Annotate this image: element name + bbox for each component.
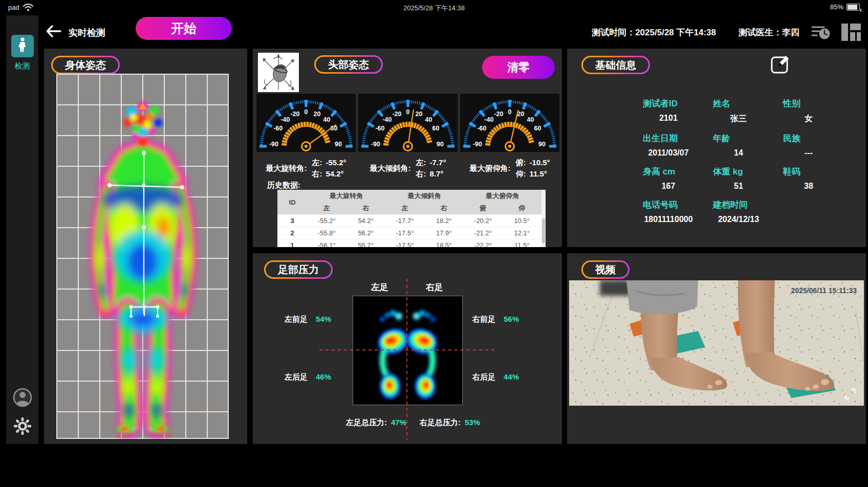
table-subheader: 右 — [346, 202, 385, 215]
profile-icon[interactable] — [13, 388, 32, 407]
gauge-max-value: 左:-55.2° — [312, 158, 346, 168]
head-posture-panel: 头部姿态 清零 -90-60-40-20020406090最大旋转角:左:-55… — [253, 49, 562, 247]
info-field-label: 民族 — [783, 132, 853, 144]
table-subheader: 左 — [307, 202, 346, 215]
gauge-max-value: 右:8.7° — [416, 169, 446, 179]
info-field: 测试者ID2101 — [643, 98, 713, 124]
body-posture-panel: 身体姿态 — [44, 49, 247, 444]
svg-text:0: 0 — [508, 108, 512, 116]
fullscreen-icon[interactable] — [844, 388, 856, 400]
gear-icon[interactable] — [13, 417, 32, 435]
gauge-block: -90-60-40-20020406090最大倾斜角:左:-7.7°右:8.7° — [358, 94, 458, 179]
history-table: ID最大旋转角最大倾斜角最大俯仰角左右左右俯仰3-55.2°54.2°-17.7… — [277, 190, 546, 247]
app-header: 实时检测 开始 测试时间：2025/5/28 下午14:38 测试医生：李四 — [0, 15, 868, 49]
gauge-row: -90-60-40-20020406090最大旋转角:左:-55.2°右:54.… — [256, 94, 559, 179]
video-title: 视频 — [581, 260, 630, 279]
gauge-max-value: 俯:-10.5° — [515, 158, 550, 168]
video-frame[interactable]: 2025/06/11 15:11:33 — [569, 280, 864, 406]
info-field: 性别女 — [783, 98, 853, 124]
crosshair-vertical — [406, 279, 407, 440]
gauge-caption: 最大俯仰角: — [469, 164, 510, 173]
back-arrow-icon[interactable] — [45, 24, 62, 39]
info-field: 民族--- — [783, 132, 853, 158]
info-field-label: 鞋码 — [783, 166, 853, 178]
body-thermal-scan — [56, 74, 229, 439]
svg-text:20: 20 — [416, 110, 423, 118]
layout-grid-icon[interactable] — [840, 23, 862, 44]
info-field-label: 电话号码 — [643, 199, 713, 211]
info-field-value: 18011110000 — [643, 215, 694, 224]
info-field: 身高 cm167 — [643, 166, 713, 191]
video-panel: 视频 — [567, 253, 866, 444]
svg-text:-40: -40 — [280, 116, 290, 123]
start-button[interactable]: 开始 — [136, 17, 232, 40]
foot-pressure-title: 足部压力 — [264, 260, 333, 279]
table-row: 1-56.1°55.7°-17.5°18.5°-22.2°11.5° — [277, 239, 541, 248]
svg-text:-90: -90 — [473, 141, 482, 148]
gauge-max-value: 仰:11.5° — [515, 169, 550, 179]
svg-text:-20: -20 — [494, 110, 503, 118]
info-field-value: 2101 — [643, 114, 694, 123]
sidebar-item-detect[interactable] — [11, 35, 34, 57]
foot-pressure-map — [353, 296, 463, 405]
foot-quadrant-value: 右前足56% — [472, 315, 519, 324]
svg-text:40: 40 — [425, 116, 432, 123]
svg-text:-40: -40 — [382, 116, 392, 123]
sidebar-item-detect-label: 检测 — [6, 61, 38, 71]
test-time: 测试时间：2025/5/28 下午14:38 — [592, 27, 716, 38]
gauge-block: -90-60-40-20020406090最大旋转角:左:-55.2°右:54.… — [256, 94, 356, 179]
info-field-value: 167 — [643, 182, 694, 191]
foot-quadrant-value: 右后足44% — [472, 372, 519, 382]
table-subheader: 仰 — [503, 202, 541, 215]
info-field-value: 2024/12/13 — [713, 215, 764, 224]
video-timestamp: 2025/06/11 15:11:33 — [791, 286, 857, 295]
head-posture-title: 头部姿态 — [314, 55, 383, 74]
table-row: 2-55.8°56.2°-17.5°17.9°-21.2°12.1° — [277, 227, 541, 239]
history-records-icon[interactable] — [811, 23, 831, 43]
info-field-label: 出生日期 — [643, 132, 713, 144]
table-subheader: 右 — [424, 202, 463, 215]
svg-text:90: 90 — [437, 141, 444, 148]
gauge-block: -90-60-40-20020406090最大俯仰角:俯:-10.5°仰:11.… — [460, 94, 559, 179]
foot-pressure-panel: 足部压力 左足 右足 左前足 — [253, 253, 562, 444]
svg-text:-20: -20 — [392, 110, 401, 118]
info-fields: 测试者ID2101姓名张三性别女出生日期2011/03/07年龄14民族---身… — [643, 98, 868, 224]
info-field-value: 14 — [713, 148, 764, 158]
svg-text:-40: -40 — [484, 116, 493, 123]
table-header-group: 最大倾斜角 — [385, 190, 464, 202]
svg-text:-20: -20 — [290, 110, 299, 118]
info-field-value: 张三 — [713, 114, 764, 124]
test-doctor: 测试医生：李四 — [739, 27, 799, 38]
edit-icon[interactable] — [770, 55, 790, 74]
info-field: 电话号码18011110000 — [643, 199, 713, 224]
status-datetime: 2025/5/28 下午14:38 — [0, 4, 868, 13]
info-field-value: 51 — [713, 182, 764, 191]
info-field-label: 测试者ID — [643, 98, 713, 109]
info-field-value: --- — [783, 148, 834, 158]
status-bar: pad 2025/5/28 下午14:38 85% — [0, 0, 868, 15]
info-field: 出生日期2011/03/07 — [643, 132, 713, 158]
gauge-caption: 最大旋转角: — [266, 164, 307, 173]
sidebar: 检测 — [6, 15, 38, 444]
basic-info-panel: 基础信息 测试者ID2101姓名张三性别女出生日期2011/03/07年龄14民… — [567, 49, 866, 247]
battery-percent: 85% — [830, 3, 843, 11]
table-scrollbar[interactable] — [541, 190, 546, 247]
svg-text:90: 90 — [335, 141, 342, 148]
svg-text:0: 0 — [406, 108, 410, 116]
table-subheader: 左 — [385, 202, 424, 215]
battery-icon — [847, 4, 860, 11]
table-subheader: 俯 — [463, 202, 502, 215]
svg-text:-60: -60 — [375, 125, 384, 132]
table-header-group: 最大俯仰角 — [463, 190, 541, 202]
info-field-value: 女 — [783, 114, 834, 124]
svg-text:-90: -90 — [269, 141, 278, 148]
basic-info-title: 基础信息 — [581, 56, 650, 74]
history-data-label: 历史数据: — [267, 181, 300, 190]
info-field-label: 年龄 — [713, 132, 783, 144]
svg-text:40: 40 — [527, 116, 534, 123]
reset-button[interactable]: 清零 — [482, 56, 555, 79]
svg-text:60: 60 — [534, 125, 541, 132]
info-field: 建档时间2024/12/13 — [713, 199, 783, 224]
gauge-max-value: 左:-7.7° — [416, 158, 446, 168]
gauge: -90-60-40-20020406090 — [256, 94, 356, 152]
